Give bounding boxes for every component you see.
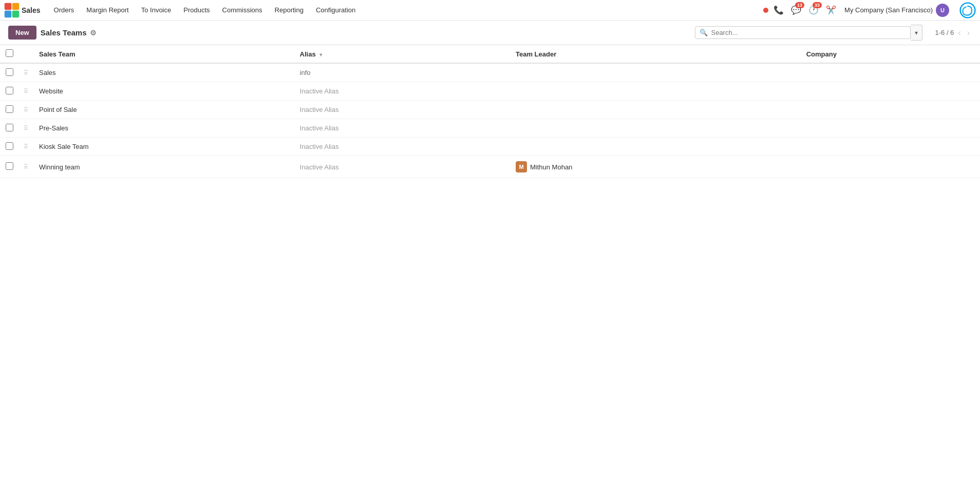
svg-rect-0 bbox=[5, 3, 12, 10]
row-checkbox-cell[interactable] bbox=[0, 156, 18, 178]
alias-cell: Inactive Alias bbox=[294, 101, 510, 119]
nav-item-to-invoice[interactable]: To Invoice bbox=[136, 4, 177, 16]
drag-handle[interactable]: ⠿ bbox=[18, 82, 33, 101]
table-row[interactable]: ⠿Winning teamInactive AliasMMithun Mohan bbox=[0, 156, 980, 178]
nav-item-configuration[interactable]: Configuration bbox=[311, 4, 361, 16]
nav-item-reporting[interactable]: Reporting bbox=[270, 4, 309, 16]
alias-cell: Inactive Alias bbox=[294, 138, 510, 156]
alias-cell: info bbox=[294, 63, 510, 82]
row-checkbox-cell[interactable] bbox=[0, 101, 18, 119]
leader-avatar: M bbox=[516, 161, 527, 172]
select-all-checkbox-header[interactable] bbox=[0, 45, 18, 63]
user-avatar: U bbox=[936, 4, 949, 17]
row-checkbox[interactable] bbox=[6, 124, 13, 131]
alias-cell: Inactive Alias bbox=[294, 119, 510, 138]
sort-icon-alias: ▾ bbox=[319, 52, 322, 57]
sales-team-cell: Sales bbox=[33, 63, 294, 82]
table-row[interactable]: ⠿Salesinfo bbox=[0, 63, 980, 82]
nav-item-orders[interactable]: Orders bbox=[49, 4, 80, 16]
row-checkbox-cell[interactable] bbox=[0, 63, 18, 82]
sales-team-cell: Kiosk Sale Team bbox=[33, 138, 294, 156]
alias-cell: Inactive Alias bbox=[294, 82, 510, 101]
sales-teams-table: Sales Team Alias ▾ Team Leader Company ⠿… bbox=[0, 45, 980, 178]
svg-rect-1 bbox=[12, 3, 20, 10]
company-cell bbox=[800, 119, 980, 138]
table-row[interactable]: ⠿Point of SaleInactive Alias bbox=[0, 101, 980, 119]
sales-teams-table-container: Sales Team Alias ▾ Team Leader Company ⠿… bbox=[0, 45, 980, 178]
search-container: 🔍 ▾ bbox=[695, 25, 922, 41]
row-checkbox-cell[interactable] bbox=[0, 138, 18, 156]
pagination-prev-button[interactable]: ‹ bbox=[956, 27, 963, 39]
row-checkbox-cell[interactable] bbox=[0, 82, 18, 101]
svg-rect-2 bbox=[5, 10, 12, 17]
app-logo[interactable]: Sales bbox=[4, 3, 45, 18]
table-row[interactable]: ⠿Pre-SalesInactive Alias bbox=[0, 119, 980, 138]
search-box: 🔍 bbox=[695, 26, 911, 39]
row-checkbox[interactable] bbox=[6, 162, 13, 170]
table-body: ⠿Salesinfo⠿WebsiteInactive Alias⠿Point o… bbox=[0, 63, 980, 178]
search-dropdown-button[interactable]: ▾ bbox=[911, 25, 922, 41]
search-input[interactable] bbox=[711, 29, 906, 36]
row-checkbox[interactable] bbox=[6, 142, 13, 150]
page-title: Sales Teams ⚙ bbox=[41, 28, 97, 37]
drag-handle-header bbox=[18, 45, 33, 63]
activity-icon-btn[interactable]: 🕐 33 bbox=[806, 3, 821, 17]
scissors-icon-btn[interactable]: ✂️ bbox=[824, 3, 838, 17]
table-header-row: Sales Team Alias ▾ Team Leader Company bbox=[0, 45, 980, 63]
team-leader-cell bbox=[510, 119, 800, 138]
pagination-text: 1-6 / 6 bbox=[935, 29, 954, 36]
drag-handle[interactable]: ⠿ bbox=[18, 101, 33, 119]
nav-item-margin-report[interactable]: Margin Report bbox=[81, 4, 134, 16]
company-cell bbox=[800, 156, 980, 178]
svg-rect-3 bbox=[12, 10, 20, 17]
table-row[interactable]: ⠿Kiosk Sale TeamInactive Alias bbox=[0, 138, 980, 156]
status-dot bbox=[763, 8, 768, 13]
company-cell bbox=[800, 63, 980, 82]
new-button[interactable]: New bbox=[8, 26, 36, 40]
settings-icon[interactable]: ⚙ bbox=[90, 29, 97, 37]
sales-team-cell: Website bbox=[33, 82, 294, 101]
nav-right-area: 📞 💬 13 🕐 33 ✂️ My Company (San Francisco… bbox=[763, 2, 976, 18]
nav-item-commissions[interactable]: Commissions bbox=[217, 4, 268, 16]
row-checkbox[interactable] bbox=[6, 68, 13, 76]
column-header-team-leader[interactable]: Team Leader bbox=[510, 45, 800, 63]
search-icon: 🔍 bbox=[700, 29, 708, 36]
toolbar: New Sales Teams ⚙ 🔍 ▾ 1-6 / 6 ‹ › bbox=[0, 21, 980, 45]
chat-badge: 13 bbox=[795, 2, 804, 8]
drag-handle[interactable]: ⠿ bbox=[18, 138, 33, 156]
scissors-icon: ✂️ bbox=[826, 5, 836, 15]
pagination-next-button[interactable]: › bbox=[965, 27, 972, 39]
phone-icon-btn[interactable]: 📞 bbox=[771, 3, 786, 17]
top-navigation: Sales Orders Margin Report To Invoice Pr… bbox=[0, 0, 980, 21]
column-header-sales-team[interactable]: Sales Team bbox=[33, 45, 294, 63]
pagination: 1-6 / 6 ‹ › bbox=[935, 27, 972, 39]
team-leader-cell bbox=[510, 82, 800, 101]
page-title-text: Sales Teams bbox=[41, 28, 87, 37]
leader-name: Mithun Mohan bbox=[530, 163, 572, 171]
drag-handle[interactable]: ⠿ bbox=[18, 63, 33, 82]
activity-badge: 33 bbox=[813, 2, 822, 8]
column-header-company[interactable]: Company bbox=[800, 45, 980, 63]
row-checkbox[interactable] bbox=[6, 87, 13, 94]
company-cell bbox=[800, 82, 980, 101]
odoo-logo-icon bbox=[4, 3, 20, 18]
company-cell bbox=[800, 101, 980, 119]
row-checkbox-cell[interactable] bbox=[0, 119, 18, 138]
sales-team-cell: Point of Sale bbox=[33, 101, 294, 119]
company-selector[interactable]: My Company (San Francisco) U bbox=[841, 3, 952, 18]
drag-handle[interactable]: ⠿ bbox=[18, 156, 33, 178]
company-cell bbox=[800, 138, 980, 156]
company-name: My Company (San Francisco) bbox=[844, 6, 933, 14]
table-row[interactable]: ⠿WebsiteInactive Alias bbox=[0, 82, 980, 101]
sales-team-cell: Pre-Sales bbox=[33, 119, 294, 138]
team-leader-cell: MMithun Mohan bbox=[510, 156, 800, 178]
row-checkbox[interactable] bbox=[6, 105, 13, 113]
odoo-spiral-icon bbox=[959, 2, 976, 18]
chat-icon-btn[interactable]: 💬 13 bbox=[789, 3, 803, 17]
nav-item-products[interactable]: Products bbox=[178, 4, 215, 16]
team-leader-cell bbox=[510, 63, 800, 82]
select-all-checkbox[interactable] bbox=[6, 49, 13, 57]
column-header-alias[interactable]: Alias ▾ bbox=[294, 45, 510, 63]
drag-handle[interactable]: ⠿ bbox=[18, 119, 33, 138]
sales-team-cell: Winning team bbox=[33, 156, 294, 178]
